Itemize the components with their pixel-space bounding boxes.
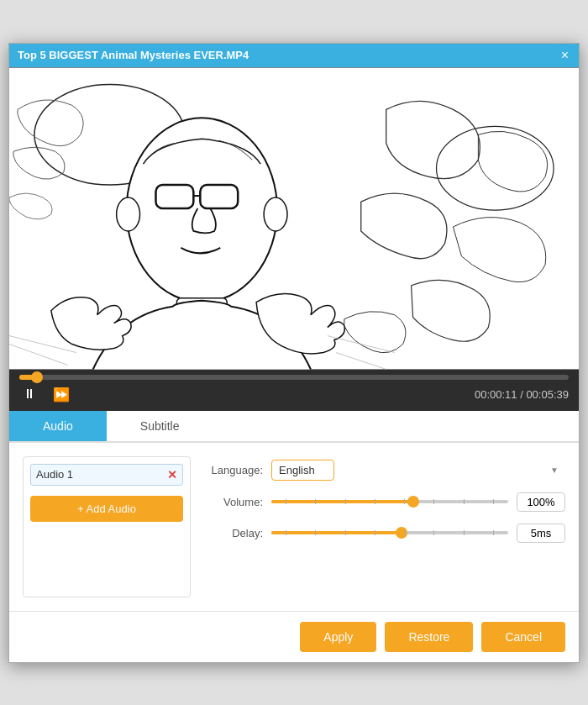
list-item: Audio 1 ✕ [30, 464, 183, 486]
time-display: 00:00:11 / 00:05:39 [475, 388, 569, 401]
progress-track[interactable] [19, 375, 569, 380]
language-select[interactable]: English French Spanish German Chinese Ja… [271, 460, 334, 481]
tab-subtitle[interactable]: Subtitle [107, 411, 213, 441]
window-title: Top 5 BIGGEST Animal Mysteries EVER.MP4 [18, 49, 249, 61]
delay-slider-wrapper [271, 524, 508, 541]
volume-thumb[interactable] [407, 496, 419, 508]
add-audio-button[interactable]: + Add Audio [30, 496, 183, 522]
fast-forward-button[interactable]: ⏩ [50, 385, 73, 404]
tab-audio[interactable]: Audio [9, 411, 107, 441]
svg-point-8 [264, 197, 287, 231]
volume-track[interactable] [271, 500, 508, 503]
language-select-wrapper: English French Spanish German Chinese Ja… [271, 460, 565, 481]
volume-slider-wrapper [271, 493, 508, 510]
settings-panel: Language: English French Spanish German … [204, 456, 565, 597]
restore-button[interactable]: Restore [385, 622, 473, 652]
content-area: Audio 1 ✕ + Add Audio Language: English … [9, 443, 579, 611]
volume-fill [271, 500, 413, 503]
footer: Apply Restore Cancel [9, 611, 579, 662]
title-bar: Top 5 BIGGEST Animal Mysteries EVER.MP4 … [9, 44, 579, 67]
remove-audio-button[interactable]: ✕ [167, 468, 177, 481]
delay-input[interactable] [517, 523, 565, 543]
current-time: 00:00:11 [475, 388, 517, 401]
controls-bar: ⏸ ⏩ 00:00:11 / 00:05:39 [9, 370, 579, 411]
delay-thumb[interactable] [396, 527, 407, 539]
delay-track[interactable] [271, 531, 508, 534]
video-preview [9, 67, 579, 370]
svg-point-7 [117, 197, 140, 231]
progress-thumb [31, 371, 43, 383]
language-label: Language: [204, 464, 263, 476]
audio-list-panel: Audio 1 ✕ + Add Audio [23, 456, 191, 597]
controls-row: ⏸ ⏩ 00:00:11 / 00:05:39 [19, 385, 569, 404]
pause-button[interactable]: ⏸ [19, 385, 39, 403]
video-area [9, 67, 579, 370]
volume-input[interactable] [517, 492, 565, 512]
volume-label: Volume: [204, 496, 263, 508]
audio-item-label: Audio 1 [36, 468, 73, 481]
language-row: Language: English French Spanish German … [204, 460, 565, 481]
svg-point-3 [127, 118, 277, 302]
total-time: 00:05:39 [526, 388, 569, 401]
delay-row: Delay: [204, 523, 565, 543]
volume-row: Volume: [204, 492, 565, 512]
close-button[interactable]: × [559, 49, 570, 62]
delay-fill [271, 531, 402, 534]
progress-row [19, 375, 569, 380]
cancel-button[interactable]: Cancel [481, 622, 565, 652]
main-window: Top 5 BIGGEST Animal Mysteries EVER.MP4 … [8, 43, 580, 663]
playback-controls: ⏸ ⏩ [19, 385, 73, 404]
tabs-area: Audio Subtitle [9, 411, 579, 443]
delay-label: Delay: [204, 527, 263, 539]
apply-button[interactable]: Apply [300, 622, 376, 652]
